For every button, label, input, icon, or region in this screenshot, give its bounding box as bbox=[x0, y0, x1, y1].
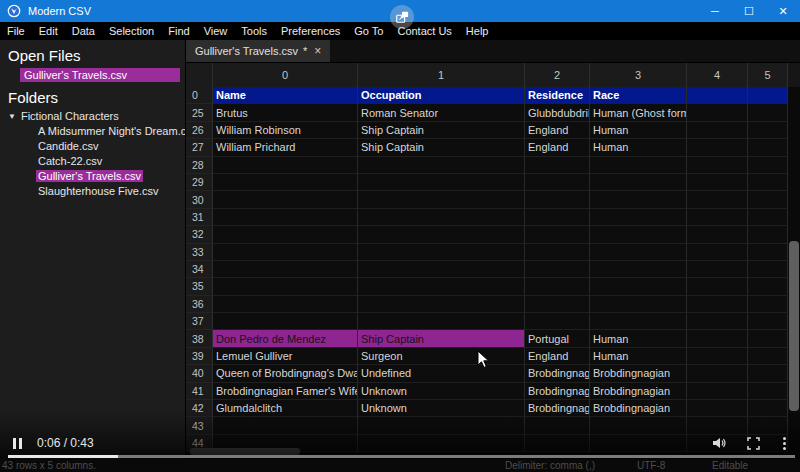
grid-cell[interactable]: Brobdingnagian bbox=[590, 383, 687, 400]
grid-cell[interactable] bbox=[358, 191, 525, 208]
grid-cell[interactable] bbox=[748, 313, 788, 330]
row-number[interactable]: 33 bbox=[186, 244, 213, 261]
grid-cell[interactable] bbox=[590, 244, 687, 261]
grid-cell[interactable] bbox=[525, 261, 590, 278]
grid-cell[interactable]: Race bbox=[590, 87, 687, 104]
grid-cell[interactable] bbox=[213, 278, 358, 295]
grid-cell[interactable] bbox=[687, 157, 748, 174]
row-number[interactable]: 30 bbox=[186, 191, 213, 208]
grid-cell[interactable] bbox=[358, 157, 525, 174]
grid-cell[interactable] bbox=[748, 261, 788, 278]
row-number[interactable]: 32 bbox=[186, 226, 213, 243]
grid-cell[interactable]: Brobdingnag bbox=[525, 383, 590, 400]
column-header-3[interactable]: 3 bbox=[590, 63, 687, 87]
grid-cell[interactable] bbox=[748, 139, 788, 156]
grid-cell[interactable] bbox=[358, 278, 525, 295]
grid-cell[interactable] bbox=[687, 330, 748, 347]
grid-cell[interactable]: Ship Captain bbox=[358, 330, 525, 347]
grid-cell[interactable]: William Prichard bbox=[213, 139, 358, 156]
grid-cell[interactable] bbox=[748, 348, 788, 365]
row-number[interactable]: 35 bbox=[186, 278, 213, 295]
grid-cell[interactable] bbox=[213, 296, 358, 313]
menu-item-find[interactable]: Find bbox=[161, 25, 196, 37]
grid-cell[interactable]: Brobdingnagian bbox=[590, 365, 687, 382]
grid-cell[interactable] bbox=[687, 104, 748, 121]
chevron-down-icon[interactable]: ▼ bbox=[8, 112, 16, 121]
grid-cell[interactable]: Residence bbox=[525, 87, 590, 104]
grid-cell[interactable]: Human bbox=[590, 330, 687, 347]
grid-cell[interactable] bbox=[213, 191, 358, 208]
row-number[interactable]: 0 bbox=[186, 87, 213, 104]
grid-cell[interactable] bbox=[525, 278, 590, 295]
grid-cell[interactable] bbox=[213, 174, 358, 191]
grid-cell[interactable] bbox=[748, 191, 788, 208]
close-button[interactable]: ✕ bbox=[766, 0, 800, 22]
grid-cell[interactable]: Lemuel Gulliver bbox=[213, 348, 358, 365]
grid-cell[interactable] bbox=[687, 296, 748, 313]
row-number[interactable]: 25 bbox=[186, 104, 213, 121]
grid-cell[interactable] bbox=[590, 191, 687, 208]
grid-cell[interactable] bbox=[748, 244, 788, 261]
grid-cell[interactable]: William Robinson bbox=[213, 122, 358, 139]
row-number[interactable]: 31 bbox=[186, 209, 213, 226]
menu-item-go-to[interactable]: Go To bbox=[347, 25, 390, 37]
grid-cell[interactable]: Unknown bbox=[358, 383, 525, 400]
grid-cell[interactable] bbox=[358, 226, 525, 243]
grid-cell[interactable] bbox=[358, 296, 525, 313]
grid-cell[interactable] bbox=[748, 330, 788, 347]
grid-cell[interactable] bbox=[525, 174, 590, 191]
grid-cell[interactable]: Brobdingnagian Famer's Wife bbox=[213, 383, 358, 400]
menu-item-file[interactable]: File bbox=[0, 25, 32, 37]
row-number[interactable]: 26 bbox=[186, 122, 213, 139]
grid-cell[interactable] bbox=[590, 157, 687, 174]
grid-cell[interactable] bbox=[525, 244, 590, 261]
grid-cell[interactable] bbox=[590, 261, 687, 278]
grid-cell[interactable] bbox=[687, 244, 748, 261]
grid-cell[interactable] bbox=[687, 261, 748, 278]
grid-cell[interactable]: Ship Captain bbox=[358, 139, 525, 156]
volume-icon[interactable] bbox=[712, 433, 728, 453]
row-number[interactable]: 34 bbox=[186, 261, 213, 278]
tab-gullivers-travels[interactable]: Gulliver's Travels.csv * × bbox=[186, 40, 330, 62]
grid-cell[interactable]: Human bbox=[590, 139, 687, 156]
grid-cell[interactable] bbox=[213, 261, 358, 278]
grid-cell[interactable] bbox=[687, 278, 748, 295]
grid-cell[interactable] bbox=[590, 296, 687, 313]
video-progress-bar[interactable] bbox=[8, 455, 795, 458]
row-number[interactable]: 37 bbox=[186, 313, 213, 330]
tree-file-item[interactable]: A Midsummer Night's Dream.csv bbox=[0, 124, 185, 139]
grid-cell[interactable]: Glubbdubdrib bbox=[525, 104, 590, 121]
grid-cell[interactable] bbox=[687, 174, 748, 191]
grid-cell[interactable] bbox=[687, 348, 748, 365]
column-header-0[interactable]: 0 bbox=[213, 63, 358, 87]
grid-cell[interactable]: Queen of Brobdingnag's Dwarf bbox=[213, 365, 358, 382]
minimize-button[interactable]: ─ bbox=[698, 0, 732, 22]
grid-cell[interactable] bbox=[358, 244, 525, 261]
grid-cell[interactable] bbox=[358, 313, 525, 330]
column-header-2[interactable]: 2 bbox=[525, 63, 590, 87]
grid-cell[interactable]: Human (Ghost form) bbox=[590, 104, 687, 121]
grid-cell[interactable]: Name bbox=[213, 87, 358, 104]
grid-cell[interactable]: Portugal bbox=[525, 330, 590, 347]
row-number[interactable]: 36 bbox=[186, 296, 213, 313]
grid-cell[interactable] bbox=[748, 122, 788, 139]
row-number[interactable]: 28 bbox=[186, 157, 213, 174]
folder-row-fictional-characters[interactable]: ▼ Fictional Characters bbox=[8, 110, 185, 122]
grid-cell[interactable]: Human bbox=[590, 122, 687, 139]
row-number[interactable]: 39 bbox=[186, 348, 213, 365]
grid-cell[interactable] bbox=[748, 296, 788, 313]
column-header-4[interactable]: 4 bbox=[687, 63, 748, 87]
grid-cell[interactable] bbox=[213, 209, 358, 226]
grid-cell[interactable] bbox=[748, 174, 788, 191]
grid-cell[interactable]: Undefined bbox=[358, 365, 525, 382]
row-number[interactable]: 41 bbox=[186, 383, 213, 400]
grid-cell[interactable] bbox=[687, 191, 748, 208]
tree-file-item[interactable]: Gulliver's Travels.csv bbox=[0, 169, 185, 184]
tab-close-icon[interactable]: × bbox=[314, 44, 321, 58]
open-file-item[interactable]: Gulliver's Travels.csv bbox=[20, 68, 180, 82]
grid-cell[interactable] bbox=[748, 383, 788, 400]
grid-cell[interactable] bbox=[590, 226, 687, 243]
grid-cell[interactable] bbox=[525, 296, 590, 313]
grid-cell[interactable] bbox=[748, 226, 788, 243]
grid-cell[interactable] bbox=[748, 365, 788, 382]
